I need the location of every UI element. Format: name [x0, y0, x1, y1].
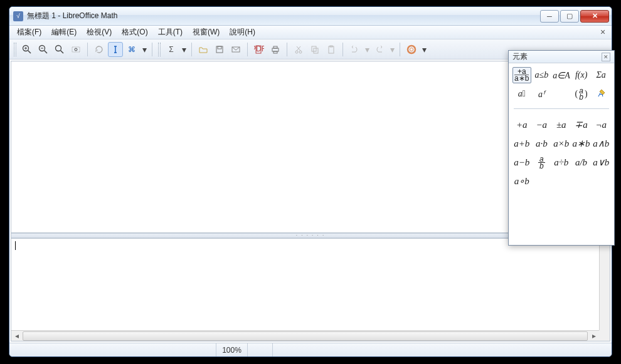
svg-point-10	[75, 48, 77, 51]
symbols-dropdown[interactable]: ▾	[180, 42, 188, 57]
svg-rect-20	[273, 51, 277, 53]
elements-button[interactable]: ⌘	[124, 42, 139, 57]
category-attributes[interactable]: a⃗	[512, 86, 531, 102]
mail-button[interactable]	[228, 42, 243, 57]
svg-text:⌘: ⌘	[128, 45, 135, 54]
redo-dropdown[interactable]: ▾	[388, 42, 396, 57]
zoom-in-button[interactable]	[19, 42, 34, 57]
category-relations[interactable]: a≤b	[533, 67, 551, 83]
svg-rect-18	[272, 48, 279, 51]
op-a-over-b[interactable]: ab	[533, 154, 551, 170]
paste-button[interactable]	[324, 42, 339, 57]
editor-scrollbar-vertical[interactable]	[599, 239, 610, 330]
svg-text:Σ: Σ	[169, 45, 173, 54]
svg-rect-14	[218, 46, 221, 49]
scroll-left-icon[interactable]: ◂	[11, 331, 22, 341]
menu-view[interactable]: 檢視(V)	[82, 26, 117, 39]
toolbar-separator	[247, 43, 248, 56]
toolbar-separator	[400, 43, 400, 56]
titlebar[interactable]: √ 無標題 1 - LibreOffice Math ─ ▢ ✕	[9, 7, 612, 26]
op-a-circ-b[interactable]: a∘b	[512, 173, 531, 189]
op-a-plus-b[interactable]: a+b	[512, 135, 531, 152]
zoom-out-button[interactable]	[36, 42, 51, 57]
toolbar-overflow[interactable]: ▾	[420, 42, 428, 57]
update-button[interactable]	[92, 42, 107, 57]
status-cell-left	[9, 343, 216, 356]
open-button[interactable]	[196, 42, 211, 57]
category-others[interactable]: aᶠ	[533, 86, 551, 102]
copy-button[interactable]	[307, 42, 322, 57]
minimize-button[interactable]: ─	[540, 10, 559, 23]
menu-help[interactable]: 說明(H)	[225, 26, 260, 39]
category-functions[interactable]: f(x)	[572, 67, 591, 83]
op-minusplus-a[interactable]: ∓a	[572, 117, 591, 133]
toolbar-grip[interactable]	[158, 43, 161, 56]
toolbar-dropdown[interactable]: ▾	[141, 42, 148, 57]
formula-cursor-button[interactable]	[108, 42, 123, 57]
category-operators[interactable]: Σa	[592, 67, 610, 83]
svg-line-8	[61, 50, 64, 53]
scroll-right-icon[interactable]: ▸	[588, 331, 599, 341]
close-document-button[interactable]: ×	[598, 28, 608, 38]
close-button[interactable]: ✕	[580, 10, 609, 23]
elements-panel[interactable]: 元素 ✕ +a a∗b a≤b a∈A f(x) Σa a⃗ aᶠ (ab) A…	[508, 50, 615, 246]
elements-panel-titlebar[interactable]: 元素 ✕	[509, 51, 614, 63]
cut-button[interactable]	[291, 42, 306, 57]
undo-dropdown[interactable]: ▾	[363, 42, 371, 57]
editor-scrollbar-horizontal[interactable]: ◂ ▸	[11, 330, 599, 341]
help-button[interactable]	[404, 42, 419, 57]
category-empty	[552, 86, 571, 102]
text-cursor	[15, 241, 16, 250]
op-a-cdot-b[interactable]: a·b	[533, 135, 551, 152]
elements-panel-title: 元素	[512, 51, 528, 62]
menu-file[interactable]: 檔案(F)	[12, 26, 46, 39]
app-icon: √	[13, 11, 23, 21]
category-set-operations[interactable]: a∈A	[552, 67, 571, 83]
op-plus-a[interactable]: +a	[512, 117, 531, 133]
category-formats[interactable]: A	[592, 86, 610, 102]
svg-rect-25	[329, 46, 334, 53]
op-neg-a[interactable]: ¬a	[592, 117, 611, 133]
op-a-minus-b[interactable]: a−b	[512, 154, 531, 170]
menu-edit[interactable]: 編輯(E)	[46, 26, 82, 39]
op-a-times-b[interactable]: a×b	[552, 135, 571, 152]
category-brackets[interactable]: (ab)	[572, 86, 591, 102]
save-button[interactable]	[212, 42, 227, 57]
menu-window[interactable]: 視窗(W)	[188, 26, 225, 39]
toolbar-separator	[87, 43, 88, 56]
panel-separator	[514, 108, 609, 109]
category-unary-binary[interactable]: +a a∗b	[512, 67, 531, 83]
menu-format[interactable]: 格式(O)	[117, 26, 152, 39]
formula-editor[interactable]: ◂ ▸	[11, 238, 610, 341]
window-title: 無標題 1 - LibreOffice Math	[27, 11, 540, 21]
op-a-slash-b[interactable]: a/b	[572, 154, 591, 170]
zoom-100-button[interactable]	[52, 42, 67, 57]
toolbar-grip[interactable]	[14, 43, 16, 56]
status-zoom[interactable]: 100%	[216, 343, 248, 356]
op-a-and-b[interactable]: a∧b	[592, 135, 611, 152]
op-a-or-b[interactable]: a∨b	[592, 154, 611, 170]
op-a-ast-b[interactable]: a∗b	[572, 135, 591, 152]
svg-point-28	[410, 48, 413, 51]
svg-line-5	[45, 50, 48, 53]
redo-button[interactable]	[372, 42, 387, 57]
scroll-thumb[interactable]	[23, 331, 588, 341]
op-a-div-b[interactable]: a÷b	[552, 154, 571, 170]
export-pdf-button[interactable]: PDF	[252, 42, 267, 57]
undo-button[interactable]	[347, 42, 362, 57]
menubar: 檔案(F) 編輯(E) 檢視(V) 格式(O) 工具(T) 視窗(W) 說明(H…	[9, 26, 612, 39]
zoom-fit-button[interactable]	[68, 42, 83, 57]
op-minus-a[interactable]: −a	[533, 117, 551, 133]
symbols-button[interactable]: Σ	[164, 42, 179, 57]
print-button[interactable]	[268, 42, 283, 57]
svg-line-1	[28, 50, 31, 53]
statusbar: 100%	[9, 343, 612, 356]
menu-tools[interactable]: 工具(T)	[153, 26, 188, 39]
op-plusminus-a[interactable]: ±a	[552, 117, 571, 133]
toolbar-separator	[287, 43, 287, 56]
svg-point-21	[295, 51, 298, 53]
maximize-button[interactable]: ▢	[560, 10, 579, 23]
elements-panel-body: +a a∗b a≤b a∈A f(x) Σa a⃗ aᶠ (ab) A +a −…	[509, 63, 614, 245]
toolbar-separator	[152, 43, 152, 56]
elements-panel-close-button[interactable]: ✕	[602, 53, 610, 61]
